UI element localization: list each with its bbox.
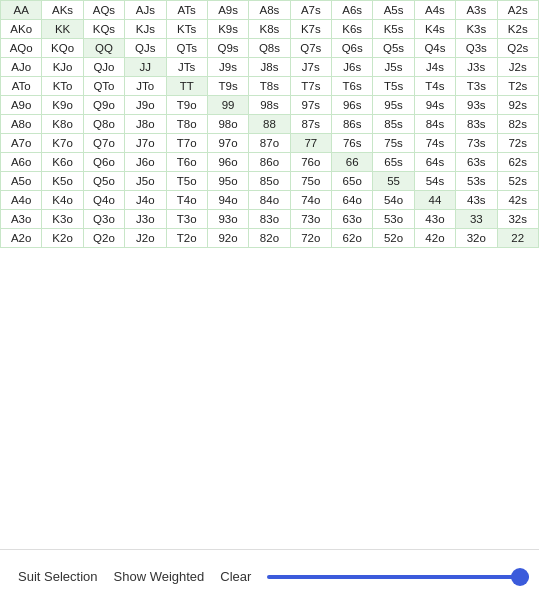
hand-cell[interactable]: 96s [332,96,373,115]
hand-cell[interactable]: T2s [497,77,539,96]
hand-cell[interactable]: 82o [249,229,290,248]
hand-cell[interactable]: 53s [456,172,497,191]
hand-cell[interactable]: Q6s [332,39,373,58]
hand-cell[interactable]: KQs [83,20,124,39]
hand-cell[interactable]: J8s [249,58,290,77]
hand-cell[interactable]: 54s [414,172,455,191]
hand-cell[interactable]: J3o [125,210,166,229]
hand-cell[interactable]: Q9o [83,96,124,115]
hand-cell[interactable]: J7o [125,134,166,153]
hand-cell[interactable]: QQ [83,39,124,58]
hand-cell[interactable]: J4o [125,191,166,210]
hand-cell[interactable]: 53o [373,210,414,229]
hand-cell[interactable]: 63o [332,210,373,229]
hand-cell[interactable]: 43o [414,210,455,229]
hand-cell[interactable]: J2o [125,229,166,248]
hand-cell[interactable]: 64s [414,153,455,172]
hand-cell[interactable]: JTs [166,58,207,77]
hand-cell[interactable]: K9o [42,96,83,115]
hand-cell[interactable]: K5s [373,20,414,39]
hand-cell[interactable]: 74o [290,191,331,210]
hand-cell[interactable]: 44 [414,191,455,210]
hand-cell[interactable]: 95s [373,96,414,115]
hand-cell[interactable]: A5s [373,1,414,20]
hand-cell[interactable]: 94o [207,191,248,210]
hand-cell[interactable]: 64o [332,191,373,210]
hand-cell[interactable]: 85o [249,172,290,191]
hand-cell[interactable]: T3s [456,77,497,96]
hand-cell[interactable]: 82s [497,115,539,134]
hand-cell[interactable]: A7s [290,1,331,20]
hand-cell[interactable]: 98o [207,115,248,134]
hand-cell[interactable]: T5o [166,172,207,191]
hand-cell[interactable]: 32o [456,229,497,248]
hand-cell[interactable]: J7s [290,58,331,77]
hand-cell[interactable]: QTo [83,77,124,96]
hand-cell[interactable]: 42s [497,191,539,210]
hand-cell[interactable]: K6o [42,153,83,172]
hand-cell[interactable]: 73s [456,134,497,153]
hand-cell[interactable]: K3o [42,210,83,229]
hand-cell[interactable]: T4s [414,77,455,96]
show-weighted-button[interactable]: Show Weighted [106,565,213,588]
hand-cell[interactable]: K8o [42,115,83,134]
hand-cell[interactable]: 86o [249,153,290,172]
hand-cell[interactable]: A6s [332,1,373,20]
hand-cell[interactable]: 96o [207,153,248,172]
hand-cell[interactable]: J9o [125,96,166,115]
hand-cell[interactable]: 72s [497,134,539,153]
hand-cell[interactable]: AQo [1,39,42,58]
hand-cell[interactable]: KJo [42,58,83,77]
hand-cell[interactable]: A3o [1,210,42,229]
hand-cell[interactable]: 87s [290,115,331,134]
hand-cell[interactable]: 62s [497,153,539,172]
hand-cell[interactable]: AJo [1,58,42,77]
hand-cell[interactable]: Q7o [83,134,124,153]
hand-cell[interactable]: Q3s [456,39,497,58]
hand-cell[interactable]: A7o [1,134,42,153]
hand-cell[interactable]: K7o [42,134,83,153]
hand-cell[interactable]: T9s [207,77,248,96]
hand-cell[interactable]: 72o [290,229,331,248]
hand-cell[interactable]: 73o [290,210,331,229]
hand-cell[interactable]: T9o [166,96,207,115]
hand-cell[interactable]: A9o [1,96,42,115]
hand-cell[interactable]: 75s [373,134,414,153]
hand-cell[interactable]: 98s [249,96,290,115]
hand-cell[interactable]: AQs [83,1,124,20]
hand-cell[interactable]: T6o [166,153,207,172]
hand-cell[interactable]: Q5o [83,172,124,191]
hand-cell[interactable]: 93s [456,96,497,115]
hand-cell[interactable]: 92s [497,96,539,115]
hand-cell[interactable]: 83o [249,210,290,229]
hand-cell[interactable]: 66 [332,153,373,172]
hand-cell[interactable]: 52s [497,172,539,191]
hand-cell[interactable]: Q2o [83,229,124,248]
weight-slider[interactable] [267,575,529,579]
hand-cell[interactable]: 54o [373,191,414,210]
hand-cell[interactable]: J3s [456,58,497,77]
hand-cell[interactable]: Q4s [414,39,455,58]
hand-cell[interactable]: 97o [207,134,248,153]
hand-cell[interactable]: Q3o [83,210,124,229]
hand-cell[interactable]: 95o [207,172,248,191]
hand-cell[interactable]: 65s [373,153,414,172]
hand-cell[interactable]: 63s [456,153,497,172]
hand-cell[interactable]: J5o [125,172,166,191]
hand-cell[interactable]: A8o [1,115,42,134]
hand-cell[interactable]: 42o [414,229,455,248]
hand-cell[interactable]: T7o [166,134,207,153]
hand-cell[interactable]: 62o [332,229,373,248]
hand-cell[interactable]: A6o [1,153,42,172]
hand-cell[interactable]: ATs [166,1,207,20]
hand-cell[interactable]: K2s [497,20,539,39]
hand-cell[interactable]: K9s [207,20,248,39]
hand-cell[interactable]: KQo [42,39,83,58]
hand-cell[interactable]: AKs [42,1,83,20]
hand-cell[interactable]: K7s [290,20,331,39]
hand-cell[interactable]: 55 [373,172,414,191]
hand-cell[interactable]: Q2s [497,39,539,58]
hand-cell[interactable]: 94s [414,96,455,115]
hand-cell[interactable]: J5s [373,58,414,77]
hand-cell[interactable]: K8s [249,20,290,39]
